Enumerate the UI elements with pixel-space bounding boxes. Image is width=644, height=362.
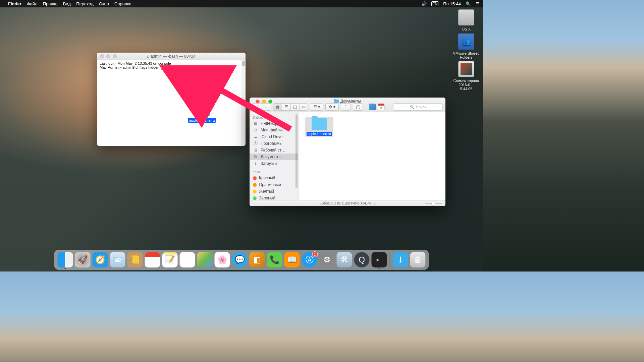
finder-title: Документы [250, 99, 445, 104]
dock-launchpad[interactable]: 🚀 [75, 252, 91, 267]
desktop-icon-label: OS X [453, 27, 480, 31]
menu-view[interactable]: Вид [63, 1, 71, 6]
spotlight-icon[interactable]: 🔍 [466, 1, 471, 6]
desktop-icon-screenshot[interactable]: Снимок экрана 2016-0…5.44.05 [453, 61, 480, 91]
dock-system-preferences[interactable]: ⚙ [319, 252, 335, 267]
dock-messages[interactable]: 💬 [232, 252, 248, 267]
action-button[interactable]: ⚙ ▾ [325, 103, 339, 111]
sidebar-item-desktop[interactable]: 🖥Рабочий ст… [250, 147, 298, 154]
menubar: Finder Файл Правка Вид Переход Окно Спра… [0, 0, 483, 7]
arrange-button[interactable]: ☷ ▾ [310, 103, 323, 111]
menu-edit[interactable]: Правка [43, 1, 58, 6]
tags-button[interactable]: ◯ [353, 103, 363, 111]
sidebar-tag-green[interactable]: Зеленый [250, 195, 298, 200]
finder-window[interactable]: Документы 〈 〉 ▦ ☰ ◫ ▭ ☷ ▾ ⚙ ▾ ⤴ ◯ 17 🔍 [250, 98, 445, 206]
dock-quicktime[interactable]: Q [354, 252, 370, 267]
dock-photos[interactable]: 🌸 [215, 252, 230, 267]
menu-go[interactable]: Переход [76, 1, 94, 6]
dock-downloads[interactable]: ⤓ [393, 252, 408, 267]
menubar-app-name[interactable]: Finder [8, 1, 21, 6]
dock-app-orange[interactable]: ◧ [250, 252, 265, 267]
finder-item-folder[interactable]: apple-iphone.ru [305, 117, 333, 137]
drag-folder-terminal[interactable]: apple-iphone.ru [188, 103, 216, 123]
dock-maps[interactable] [197, 252, 213, 267]
menu-help[interactable]: Справка [114, 1, 131, 6]
folder-icon [312, 118, 327, 130]
dock-ibooks[interactable]: 📖 [284, 252, 300, 267]
menu-window[interactable]: Окно [99, 1, 109, 6]
dock-appstore[interactable]: Ⓐ1 [302, 252, 317, 267]
search-icon: 🔍 [410, 105, 415, 109]
terminal-prompt: Mac-Admin:~ admin$ chflags hidden [100, 65, 243, 70]
view-icons-button[interactable]: ▦ [273, 103, 282, 111]
sidebar-item-myfiles[interactable]: 🗂Мои файлы [250, 127, 298, 133]
menu-file[interactable]: Файл [27, 1, 38, 6]
shared-folder-icon: 👥 [458, 34, 474, 50]
view-list-button[interactable]: ☰ [282, 103, 290, 111]
sidebar-tag-orange[interactable]: Оранжевый [250, 181, 298, 188]
terminal-title: ⌂ admin — -bash — 80×24 [97, 54, 246, 59]
dock-reminders[interactable]: ☑︎ [180, 252, 195, 267]
volume-icon[interactable]: 🔊 [421, 1, 427, 6]
documents-icon: 🗎 [253, 155, 258, 159]
preview-app-icon[interactable] [369, 104, 376, 110]
terminal-titlebar[interactable]: ⌂ admin — -bash — 80×24 [97, 53, 246, 60]
desktop-icon-label: VMware Shared Folders [453, 51, 480, 59]
sidebar-section-tags: Теги [250, 169, 298, 175]
tag-dot-icon [253, 183, 257, 187]
dock-separator [390, 252, 390, 267]
desktop-icon-vmware[interactable]: 👥 VMware Shared Folders [453, 34, 480, 59]
terminal-cursor [161, 66, 163, 70]
dock-finder[interactable] [58, 252, 73, 267]
sidebar-section-favorites: Избранное [250, 114, 298, 120]
terminal-body[interactable]: Last login: Mon May 2 10:35:43 on consol… [97, 60, 246, 146]
sidebar-item-icloud[interactable]: ☁iCloud Drive [250, 133, 298, 140]
sidebar-scrollbar[interactable] [296, 114, 298, 188]
drag-folder-label: apple-iphone.ru [188, 118, 216, 123]
dock-facetime[interactable]: 📞 [267, 252, 282, 267]
dock-trash[interactable]: 🗑 [410, 252, 426, 267]
sidebar-item-documents[interactable]: 🗎Документы [250, 154, 298, 160]
sidebar-tag-red[interactable]: Красный [250, 175, 298, 181]
dock-notes[interactable]: 📝 [162, 252, 178, 267]
view-columns-button[interactable]: ◫ [290, 103, 299, 111]
sidebar-item-apps[interactable]: ⒶПрограммы [250, 140, 298, 147]
dock-app-utility[interactable]: 🛠 [337, 252, 352, 267]
view-coverflow-button[interactable]: ▭ [299, 103, 308, 111]
icon-size-slider[interactable] [425, 203, 442, 204]
input-lang[interactable]: EN [431, 1, 438, 6]
finder-item-label: apple-iphone.ru [307, 132, 332, 136]
notification-center-icon[interactable]: ☰ [476, 1, 480, 6]
share-button[interactable]: ⤴ [341, 103, 351, 111]
files-icon: 🗂 [253, 128, 258, 132]
screenshot-thumb-icon [458, 61, 474, 77]
sidebar-item-yandexdisk[interactable]: ⊟Яндекс.Диск [250, 120, 298, 127]
terminal-scrollbar[interactable] [241, 60, 246, 146]
disk-icon: ⊟ [253, 121, 258, 126]
calendar-app-icon[interactable]: 17 [378, 104, 384, 110]
sidebar-item-downloads[interactable]: ⤓Загрузки [250, 160, 298, 167]
badge-icon: 1 [312, 251, 318, 257]
apps-icon: Ⓐ [253, 141, 258, 146]
dock-terminal[interactable]: >_ [372, 252, 387, 267]
folder-icon [194, 103, 210, 116]
desktop-icon-osx[interactable]: OS X [453, 9, 480, 31]
menubar-clock[interactable]: Пн 15:44 [443, 1, 461, 6]
dock-safari[interactable]: 🧭 [93, 252, 108, 267]
tag-dot-icon [253, 176, 257, 180]
finder-content[interactable]: apple-iphone.ru [299, 112, 445, 200]
dock-contacts[interactable]: 📒 [127, 252, 143, 267]
finder-titlebar[interactable]: Документы 〈 〉 ▦ ☰ ◫ ▭ ☷ ▾ ⚙ ▾ ⤴ ◯ 17 🔍 [250, 98, 445, 112]
terminal-window[interactable]: ⌂ admin — -bash — 80×24 Last login: Mon … [97, 53, 246, 146]
cloud-icon: ☁ [253, 134, 258, 139]
dock-mail[interactable]: 📨 [110, 252, 125, 267]
back-button[interactable]: 〈 [252, 103, 262, 111]
view-mode-buttons: ▦ ☰ ◫ ▭ [273, 103, 308, 111]
sidebar-tag-yellow[interactable]: Желтый [250, 188, 298, 195]
nav-buttons: 〈 〉 [252, 103, 271, 111]
finder-statusbar: Выбрано 1 из 1; доступно 134,74 ГБ [250, 200, 445, 206]
finder-search[interactable]: 🔍 Поиск [393, 103, 443, 111]
finder-sidebar: Избранное ⊟Яндекс.Диск 🗂Мои файлы ☁iClou… [250, 112, 299, 200]
dock-calendar[interactable] [145, 252, 160, 267]
forward-button[interactable]: 〉 [262, 103, 271, 111]
